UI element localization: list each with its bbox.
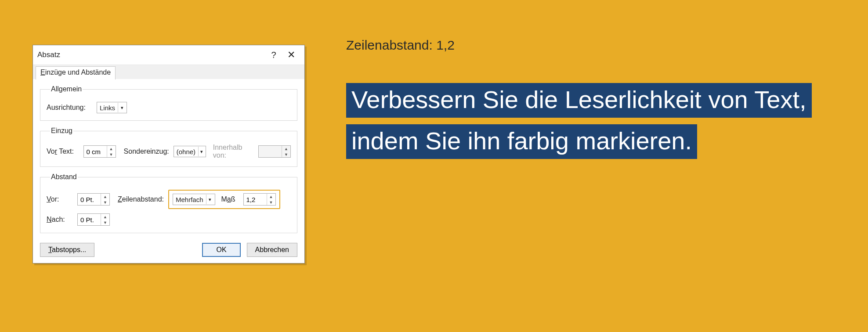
dialog-body: Allgemein Ausrichtung: Links ▾ Einzug Vo…: [33, 79, 304, 243]
tabstopps-button[interactable]: Tabstopps...: [40, 243, 94, 257]
input-vor[interactable]: [78, 194, 101, 205]
chevron-down-icon: ▼: [282, 152, 290, 157]
select-sondereinzug-value: (ohne): [177, 148, 195, 155]
spinner-innerhalb: ▲▼: [258, 145, 291, 158]
select-sondereinzug[interactable]: (ohne) ▾: [174, 146, 206, 157]
dialog-titlebar: Absatz ? ✕: [33, 45, 304, 65]
chevron-up-icon[interactable]: ▲: [267, 194, 275, 199]
help-button[interactable]: ?: [265, 46, 282, 64]
select-ausrichtung[interactable]: Links ▾: [97, 102, 127, 113]
legend-einzug: Einzug: [50, 127, 73, 135]
label-zeilenabstand: Zeilenabstand:: [118, 195, 164, 203]
chevron-down-icon: ▾: [206, 195, 214, 204]
spinner-arrows[interactable]: ▲▼: [101, 214, 109, 225]
chevron-down-icon[interactable]: ▼: [267, 199, 275, 205]
legend-allgemein: Allgemein: [50, 85, 83, 93]
dialog-title: Absatz: [37, 51, 265, 59]
label-vor-text: Vor Text:: [47, 148, 79, 155]
chevron-down-icon[interactable]: ▼: [107, 152, 116, 157]
label-innerhalb-von: Innerhalb von:: [213, 144, 254, 159]
tabstrip: Einzüge und Abstände: [33, 65, 304, 79]
group-abstand: Abstand Vor: ▲▼ Zeilenabstand: Mehrfach …: [40, 173, 297, 233]
label-ausrichtung: Ausrichtung:: [47, 104, 92, 112]
spinner-arrows[interactable]: ▲▼: [101, 194, 109, 205]
label-mass: Maß: [221, 195, 237, 203]
spinner-arrows: ▲▼: [282, 146, 290, 157]
input-nach[interactable]: [78, 214, 101, 225]
chevron-down-icon[interactable]: ▼: [101, 199, 109, 205]
row-abstand-nach: Nach: ▲▼: [47, 213, 291, 226]
chevron-down-icon: ▾: [198, 147, 205, 156]
row-ausrichtung: Ausrichtung: Links ▾: [47, 102, 291, 113]
ok-button[interactable]: OK: [202, 243, 240, 257]
footer-right: OK Abbrechen: [202, 243, 297, 257]
tab-label: Einzüge und Abstände: [40, 69, 111, 76]
chevron-up-icon[interactable]: ▲: [101, 214, 109, 220]
chevron-up-icon[interactable]: ▲: [101, 194, 109, 199]
label-vor: Vor:: [47, 195, 73, 203]
chevron-up-icon[interactable]: ▲: [107, 146, 116, 152]
select-zeilenabstand-value: Mehrfach: [176, 196, 203, 203]
chevron-down-icon: ▾: [118, 103, 126, 112]
annotation-body: Verbessern Sie die Leserlichkeit von Tex…: [346, 79, 833, 162]
cancel-button[interactable]: Abbrechen: [247, 243, 297, 257]
spinner-arrows[interactable]: ▲▼: [267, 194, 275, 205]
annotation-caption: Zeilenabstand: 1,2: [346, 38, 833, 53]
tab-indents-spacing[interactable]: Einzüge und Abstände: [36, 66, 116, 79]
annotation-panel: Zeilenabstand: 1,2 Verbessern Sie die Le…: [346, 38, 833, 162]
select-ausrichtung-value: Links: [100, 104, 115, 112]
row-abstand-vor: Vor: ▲▼ Zeilenabstand: Mehrfach ▾ Maß ▲▼: [47, 190, 291, 209]
highlight-zeilenabstand: Mehrfach ▾ Maß ▲▼: [168, 190, 280, 209]
dialog-footer: Tabstopps... OK Abbrechen: [33, 243, 304, 263]
spinner-vor[interactable]: ▲▼: [77, 193, 110, 206]
label-nach: Nach:: [47, 216, 73, 224]
row-einzug: Vor Text: ▲▼ Sondereinzug: (ohne) ▾ Inne…: [47, 144, 291, 159]
spinner-vor-text[interactable]: ▲▼: [83, 145, 116, 158]
legend-abstand: Abstand: [50, 173, 78, 181]
input-innerhalb: [259, 146, 282, 157]
paragraph-dialog: Absatz ? ✕ Einzüge und Abstände Allgemei…: [33, 45, 305, 263]
input-vor-text[interactable]: [84, 146, 107, 157]
group-einzug: Einzug Vor Text: ▲▼ Sondereinzug: (ohne)…: [40, 127, 297, 167]
label-sondereinzug: Sondereinzug:: [124, 148, 169, 155]
spinner-arrows[interactable]: ▲▼: [107, 146, 116, 157]
spinner-nach[interactable]: ▲▼: [77, 213, 110, 226]
spinner-mass[interactable]: ▲▼: [243, 193, 276, 206]
input-mass[interactable]: [244, 194, 267, 205]
close-button[interactable]: ✕: [282, 46, 300, 64]
chevron-up-icon: ▲: [282, 146, 290, 152]
group-allgemein: Allgemein Ausrichtung: Links ▾: [40, 85, 297, 121]
chevron-down-icon[interactable]: ▼: [101, 220, 109, 225]
select-zeilenabstand[interactable]: Mehrfach ▾: [173, 194, 215, 205]
